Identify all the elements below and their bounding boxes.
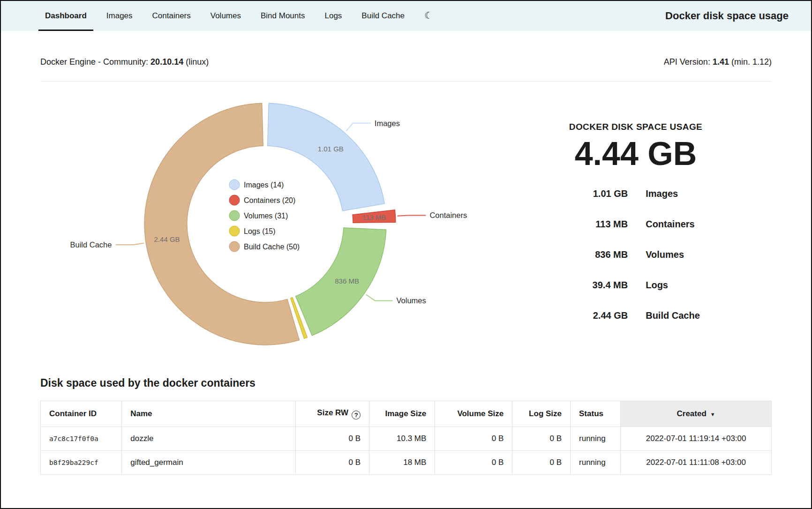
summary-label-build-cache: Build Cache [646,310,700,321]
summary-rows: 1.01 GBImages113 MBContainers836 MBVolum… [571,188,700,321]
legend-label-logs: Logs (15) [244,227,276,235]
summary-label-logs: Logs [646,280,700,291]
legend-item-build-cache[interactable]: Build Cache (50) [229,241,300,252]
engine-info: Docker Engine - Community: 20.10.14 (lin… [40,57,209,67]
cell-size-rw: 0 B [296,451,369,475]
usage-section: 1.01 GBImages113 MBContainers836 MBVolum… [40,93,772,355]
nav-tabs: DashboardImagesContainersVolumesBind Mou… [38,1,418,31]
cell-created: 2022-07-01 11:11:08 +03:00 [621,451,772,475]
segment-size-label-build-cache: 2.44 GB [154,235,180,243]
summary-total: 4.44 GB [575,137,697,172]
segment-size-label-volumes: 836 MB [335,277,359,285]
legend-label-build-cache: Build Cache (50) [244,243,300,251]
engine-version: 20.10.14 [150,57,183,67]
moon-icon: ☾ [424,10,433,21]
api-version-info: API Version: 1.41 (min. 1.12) [664,57,772,67]
pie-segment-images[interactable] [268,103,385,211]
nav-tab-bind-mounts[interactable]: Bind Mounts [254,1,312,31]
table-body: a7c8c17f0f0adozzle0 B10.3 MB0 B0 Brunnin… [41,427,772,475]
cell-image-size: 10.3 MB [369,427,435,451]
column-header-volume-size[interactable]: Volume Size [435,401,512,427]
cell-created: 2022-07-01 11:19:14 +03:00 [621,427,772,451]
donut-svg: 1.01 GBImages113 MBContainers836 MBVolum… [40,93,500,355]
cell-size-rw: 0 B [296,427,369,451]
column-label: Created [677,409,707,418]
summary-size-volumes: 836 MB [571,249,628,260]
cell-image-size: 18 MB [369,451,435,475]
segment-size-label-containers: 113 MB [362,213,386,221]
legend-label-volumes: Volumes (31) [244,212,288,220]
column-header-log-size[interactable]: Log Size [512,401,571,427]
api-label: API Version: [664,57,710,67]
table-row: b8f29ba229cfgifted_germain0 B18 MB0 B0 B… [41,451,772,475]
app-title: Docker disk space usage [665,10,797,22]
api-version: 1.41 [713,57,729,67]
column-label: Size RW [317,408,348,417]
summary-label-volumes: Volumes [646,249,700,260]
column-label: Volume Size [457,409,504,418]
table-row: a7c8c17f0f0adozzle0 B10.3 MB0 B0 Brunnin… [41,427,772,451]
legend-item-images[interactable]: Images (14) [229,180,284,190]
column-label: Container ID [49,409,97,418]
summary-size-build-cache: 2.44 GB [571,310,628,321]
engine-info-row: Docker Engine - Community: 20.10.14 (lin… [40,31,772,67]
legend-label-containers: Containers (20) [244,196,295,204]
callout-label-images: Images [375,119,400,127]
cell-container-id: b8f29ba229cf [41,451,122,475]
dark-mode-toggle[interactable]: ☾ [418,1,439,31]
column-header-size-rw[interactable]: Size RW? [296,401,369,427]
containers-section: Disk space used by the docker containers… [40,377,772,475]
legend-item-volumes[interactable]: Volumes (31) [229,210,288,221]
legend-swatch-build-cache [229,241,240,252]
engine-platform: (linux) [186,57,209,67]
segment-size-label-images: 1.01 GB [318,145,344,153]
callout-line-images [346,123,371,131]
summary-size-containers: 113 MB [571,219,628,230]
callout-label-containers: Containers [429,211,467,219]
summary-size-logs: 39.4 MB [571,280,628,291]
cell-status: running [571,451,621,475]
column-label: Log Size [529,409,562,418]
legend-swatch-volumes [229,210,240,221]
callout-label-volumes: Volumes [396,296,426,305]
top-nav: DashboardImagesContainersVolumesBind Mou… [1,1,811,31]
legend-item-containers[interactable]: Containers (20) [229,195,295,205]
cell-name: dozzle [122,427,296,451]
column-header-status[interactable]: Status [571,401,621,427]
summary-label-images: Images [646,188,700,199]
nav-tab-containers[interactable]: Containers [146,1,197,31]
cell-volume-size: 0 B [435,427,512,451]
callout-line-build-cache [115,243,144,245]
nav-tab-dashboard[interactable]: Dashboard [38,1,93,31]
legend-swatch-containers [229,195,240,205]
disk-usage-summary: DOCKER DISK SPACE USAGE 4.44 GB 1.01 GBI… [500,93,772,355]
legend-item-logs[interactable]: Logs (15) [229,226,276,236]
column-label: Status [579,409,603,418]
summary-heading: DOCKER DISK SPACE USAGE [569,122,702,132]
summary-size-images: 1.01 GB [571,188,628,199]
disk-usage-donut-chart: 1.01 GBImages113 MBContainers836 MBVolum… [40,93,500,355]
cell-name: gifted_germain [122,451,296,475]
cell-status: running [571,427,621,451]
callout-line-volumes [366,294,393,300]
column-header-created[interactable]: Created▼ [621,401,772,427]
app-window: DashboardImagesContainersVolumesBind Mou… [0,0,812,509]
column-label: Image Size [385,409,426,418]
column-label: Name [130,409,152,418]
nav-tab-images[interactable]: Images [100,1,139,31]
table-header-row: Container IDNameSize RW?Image SizeVolume… [41,401,772,427]
nav-tab-logs[interactable]: Logs [318,1,348,31]
nav-tab-build-cache[interactable]: Build Cache [355,1,411,31]
legend-swatch-images [229,180,240,190]
api-min: (min. 1.12) [731,57,772,67]
cell-container-id: a7c8c17f0f0a [41,427,122,451]
containers-table: Container IDNameSize RW?Image SizeVolume… [40,401,772,475]
column-header-container-id[interactable]: Container ID [41,401,122,427]
column-header-image-size[interactable]: Image Size [369,401,435,427]
help-icon[interactable]: ? [352,411,361,419]
engine-label: Docker Engine - Community: [40,57,148,67]
cell-log-size: 0 B [512,451,571,475]
column-header-name[interactable]: Name [122,401,296,427]
legend-swatch-logs [229,226,240,236]
nav-tab-volumes[interactable]: Volumes [204,1,248,31]
